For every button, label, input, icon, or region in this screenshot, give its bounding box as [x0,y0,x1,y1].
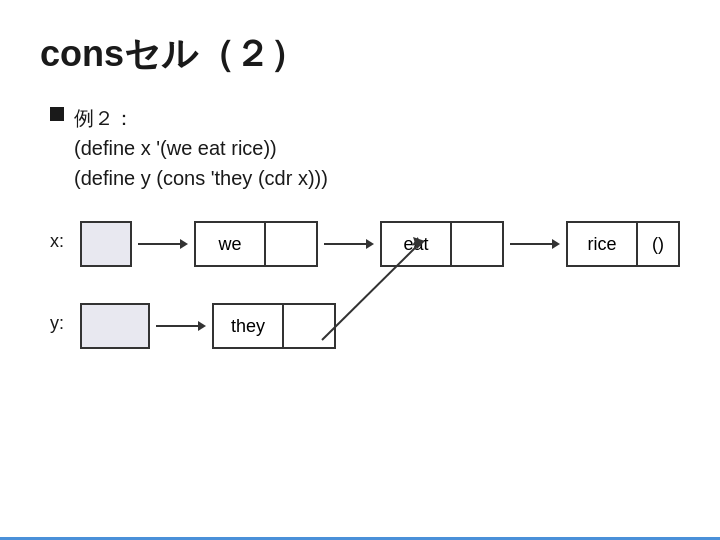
arrow-x-to-we [138,234,188,254]
slide-title: consセル（２） [40,30,680,79]
they-cell: they [214,305,284,347]
bullet-marker [50,107,64,121]
rice-cell: rice [568,223,638,265]
arrow-eat-to-rice [510,234,560,254]
svg-marker-7 [198,321,206,331]
line3: (define y (cons 'they (cdr x))) [74,167,328,189]
bullet-text: 例２： (define x '(we eat rice)) (define y … [74,103,328,193]
eat-pointer-cell [452,223,502,265]
y-row: y: they [50,303,680,349]
nil-cell: () [638,223,678,265]
content-area: 例２： (define x '(we eat rice)) (define y … [40,103,680,193]
diagram-area: x: we [40,221,680,349]
x-label: x: [50,221,80,252]
line2: (define x '(we eat rice)) [74,137,277,159]
arrow-y-to-they [156,316,206,336]
x-pointer-cell [80,221,132,267]
eat-pair-box: eat [380,221,504,267]
eat-cell: eat [382,223,452,265]
svg-marker-1 [180,239,188,249]
we-cell: we [196,223,266,265]
bullet-item: 例２： (define x '(we eat rice)) (define y … [50,103,680,193]
we-pair-box: we [194,221,318,267]
they-pair-box: they [212,303,336,349]
rice-pair-box: rice () [566,221,680,267]
slide: consセル（２） 例２： (define x '(we eat rice)) … [0,0,720,540]
svg-marker-5 [552,239,560,249]
x-row: x: we [50,221,680,267]
y-label: y: [50,303,80,334]
they-pointer-cell [284,305,334,347]
svg-marker-3 [366,239,374,249]
line1: 例２： [74,107,134,129]
arrow-we-to-eat [324,234,374,254]
y-pointer-cell [80,303,150,349]
we-pointer-cell [266,223,316,265]
